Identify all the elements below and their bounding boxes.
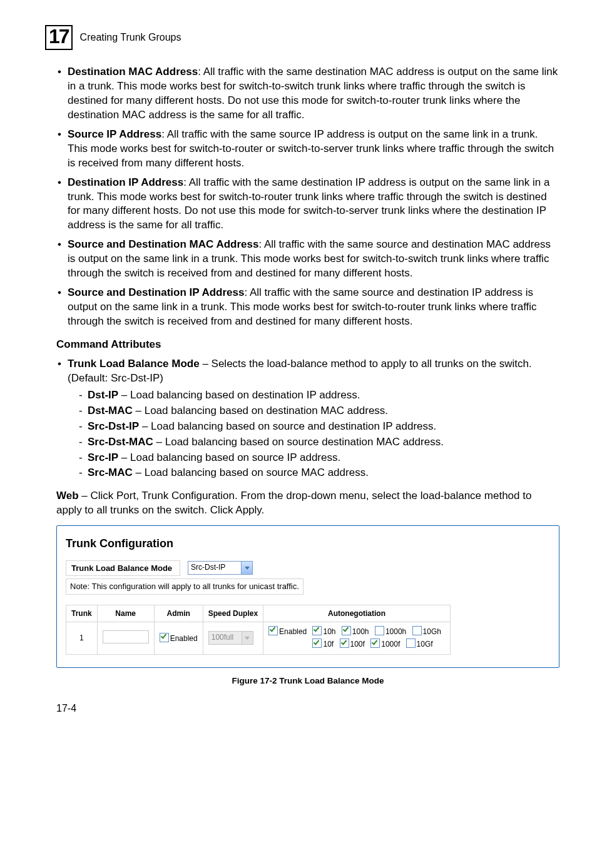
term: Src-Dst-MAC: [88, 436, 153, 448]
admin-checkbox[interactable]: [160, 633, 169, 642]
autoneg-opt-label: 10f: [323, 640, 334, 648]
speed-dropdown[interactable]: 100full: [208, 631, 253, 645]
list-item: Destination MAC Address: All traffic wit…: [56, 65, 559, 123]
term: Dst-MAC: [88, 405, 133, 416]
term: Destination IP Address: [68, 176, 183, 188]
table-row: 1 Enabled 100full Enabled 10h 100h 1000h…: [66, 622, 451, 654]
autoneg-10Gh-checkbox[interactable]: [412, 626, 422, 635]
term: Src-Dst-IP: [88, 420, 139, 432]
autoneg-opt-label: 1000f: [381, 640, 400, 648]
autoneg-opt-label: 10h: [323, 627, 335, 636]
list-item: Src-IP – Load balancing based on source …: [79, 451, 559, 465]
autoneg-enabled-checkbox[interactable]: [268, 626, 278, 635]
web-lead: Web: [56, 490, 79, 502]
mode-dropdown-value: Src-Dst-IP: [188, 562, 241, 574]
page-number: 17-4: [56, 702, 559, 715]
chevron-down-icon: [242, 632, 253, 644]
autoneg-10Gf-checkbox[interactable]: [406, 638, 416, 648]
term: Source and Destination IP Address: [68, 286, 244, 298]
note-box: Note: This configuration will apply to a…: [66, 578, 304, 595]
term: Source and Destination MAC Address: [68, 238, 258, 250]
term: Dst-IP: [88, 389, 118, 401]
mode-label: Trunk Load Balance Mode: [66, 560, 180, 577]
term: Trunk Load Balance Mode: [68, 358, 200, 370]
command-attributes-list: Trunk Load Balance Mode – Selects the lo…: [56, 357, 559, 481]
list-item: Destination IP Address: All traffic with…: [56, 176, 559, 233]
web-text: – Click Port, Trunk Configuration. From …: [56, 490, 531, 516]
panel-title: Trunk Configuration: [66, 536, 550, 551]
autoneg-10f-checkbox[interactable]: [312, 638, 322, 648]
autoneg-opt-label: 100f: [350, 640, 365, 648]
trunk-config-figure: Trunk Configuration Trunk Load Balance M…: [56, 525, 559, 667]
list-item: Source IP Address: All traffic with the …: [56, 128, 559, 171]
admin-label: Enabled: [170, 634, 198, 643]
autoneg-opt-label: 1000h: [385, 627, 406, 636]
autoneg-100f-checkbox[interactable]: [340, 638, 349, 648]
list-item: Src-Dst-MAC – Load balancing based on so…: [79, 435, 559, 450]
cell-speed: 100full: [203, 622, 263, 654]
chevron-down-icon[interactable]: [241, 562, 252, 574]
feature-bullet-list: Destination MAC Address: All traffic wit…: [56, 65, 559, 329]
autoneg-opt-label: 100h: [352, 627, 369, 636]
col-admin: Admin: [154, 605, 203, 622]
autoneg-enabled-label: Enabled: [279, 627, 307, 636]
autoneg-opt-label: 10Gh: [423, 627, 441, 636]
speed-dropdown-value: 100full: [209, 632, 242, 644]
chapter-header: 17 Creating Trunk Groups: [45, 25, 559, 50]
term-text: – Load balancing based on source MAC add…: [133, 467, 369, 478]
cell-autoneg: Enabled 10h 100h 1000h 10Gh Enabled 10f …: [263, 622, 451, 654]
term: Src-IP: [88, 452, 118, 463]
mode-row: Trunk Load Balance Mode Src-Dst-IP: [66, 560, 550, 577]
list-item: Dst-MAC – Load balancing based on destin…: [79, 404, 559, 418]
term: Source IP Address: [68, 128, 161, 140]
mode-dropdown[interactable]: Src-Dst-IP: [188, 561, 253, 575]
autoneg-1000f-checkbox[interactable]: [370, 638, 380, 648]
name-input[interactable]: [103, 630, 149, 643]
col-name: Name: [97, 605, 154, 622]
term-text: – Load balancing based on destination MA…: [133, 405, 388, 416]
trunk-table: Trunk Name Admin Speed Duplex Autonegoti…: [66, 605, 451, 655]
term-text: – Load balancing based on source IP addr…: [118, 452, 340, 463]
list-item: Trunk Load Balance Mode – Selects the lo…: [56, 357, 559, 481]
term-text: – Load balancing based on source destina…: [153, 436, 444, 448]
term: Destination MAC Address: [68, 66, 198, 78]
term-text: – Load balancing based on destination IP…: [118, 389, 360, 401]
list-item: Src-MAC – Load balancing based on source…: [79, 466, 559, 480]
list-item: Src-Dst-IP – Load balancing based on sou…: [79, 420, 559, 434]
chapter-number-box: 17: [45, 25, 73, 50]
table-header-row: Trunk Name Admin Speed Duplex Autonegoti…: [66, 605, 451, 622]
command-attributes-heading: Command Attributes: [56, 338, 559, 352]
col-speed: Speed Duplex: [203, 605, 263, 622]
chapter-title: Creating Trunk Groups: [80, 31, 181, 44]
cell-admin: Enabled: [154, 622, 203, 654]
autoneg-opt-label: 10Gf: [417, 640, 433, 648]
term: Src-MAC: [88, 467, 133, 478]
list-item: Source and Destination IP Address: All t…: [56, 286, 559, 329]
sub-list: Dst-IP – Load balancing based on destina…: [79, 388, 559, 481]
term-text: – Load balancing based on source and des…: [139, 420, 436, 432]
list-item: Source and Destination MAC Address: All …: [56, 238, 559, 281]
web-paragraph: Web – Click Port, Trunk Configuration. F…: [56, 489, 559, 518]
list-item: Dst-IP – Load balancing based on destina…: [79, 388, 559, 403]
autoneg-100h-checkbox[interactable]: [342, 626, 351, 635]
cell-name: [97, 622, 154, 654]
col-autoneg: Autonegotiation: [263, 605, 451, 622]
autoneg-1000h-checkbox[interactable]: [375, 626, 384, 635]
cell-trunk-id: 1: [66, 622, 98, 654]
autoneg-10h-checkbox[interactable]: [312, 626, 322, 635]
col-trunk: Trunk: [66, 605, 98, 622]
figure-caption: Figure 17-2 Trunk Load Balance Mode: [56, 675, 559, 687]
